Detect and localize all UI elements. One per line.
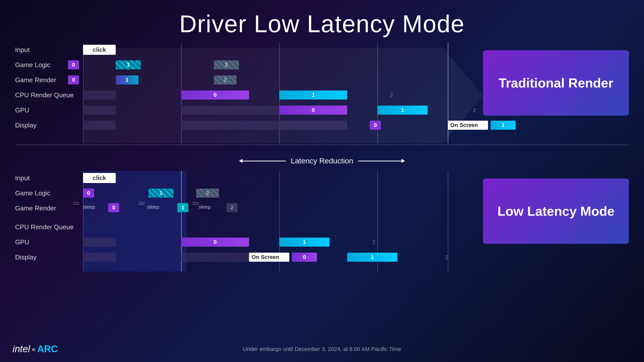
top-gr-badge-0: 0 [68,75,79,84]
bot-gl-badge-0: 0 [83,189,94,198]
latency-reduction-section: Latency Reduction [15,151,629,171]
top-click-button: click [83,45,116,55]
top-gpu-dark-2 [181,106,279,115]
bot-gl-bar-2: 2 [196,189,219,198]
arrow-shaft-2 [358,161,401,161]
top-display-dark-1 [83,121,116,130]
top-cpu-bar-1: 1 [279,90,347,100]
bot-gpu-bar-1: 1 [279,238,330,247]
top-cpu-dark-1 [83,90,116,100]
zzz-2: Zzz [138,201,145,206]
sleep-label-1: sleep [83,204,95,210]
top-gr-bar-2: 2 [214,75,236,84]
latency-arrow-container: Latency Reduction [239,157,405,165]
bot-game-logic-label: Game Logic [15,189,83,197]
bot-click-button: click [83,173,116,183]
sleep-label-3: sleep [199,204,211,210]
top-gpu-label: GPU [15,106,83,114]
top-gr-bar-1: 1 [116,75,138,84]
bot-display-row: Display On Screen 0 1 2 [15,250,629,264]
bot-gr-badge-1: 1 [177,203,188,212]
bot-input-label: Input [15,174,83,182]
top-display-row: Display 0 On Screen 1 [15,118,629,132]
top-display-badge-0: 0 [370,121,381,130]
bot-display-dark [83,253,116,262]
intel-text: intel [13,344,30,354]
top-display-bar-1: 1 [491,121,516,130]
top-gpu-bar-1: 1 [377,106,428,115]
intel-arc-logo: intel ARC [13,344,58,354]
bot-gr-badge-0: 0 [108,203,119,212]
arrow-left-head [239,159,243,163]
bot-gpu-num-2: 2 [372,239,375,246]
sleep-label-2: sleep [147,204,159,210]
top-gpu-dark-1 [83,106,116,115]
bot-cpu-label: CPU Render Queue [15,223,83,231]
arc-text: ARC [37,344,58,354]
low-latency-mode-badge: Low Latency Mode [483,178,629,244]
bot-gr-badge-2: 2 [226,203,237,212]
top-cpu-bar-0: 0 [181,90,249,100]
bot-gpu-dark [83,238,116,247]
top-cpu-label: CPU Render Queue [15,91,83,99]
intel-circle [32,348,35,351]
zzz-1: Zzz [73,201,79,206]
bot-onscreen-label: On Screen [249,253,289,262]
top-input-label: Input [15,46,83,54]
bot-gpu-label: GPU [15,238,83,246]
top-cpu-num-2: 2 [390,92,393,99]
traditional-render-badge: Traditional Render [483,50,629,116]
bot-display-num-2: 2 [445,254,448,261]
top-display-dark-3 [279,121,347,130]
top-display-content: 0 On Screen 1 [83,118,629,132]
arrow-right-head [401,159,405,163]
latency-text: Latency Reduction [286,157,358,165]
top-gl-bar-2: 2 [214,60,239,69]
top-display-label: Display [15,121,83,129]
top-gl-bar-1: 1 [116,60,141,69]
section-divider [15,145,629,145]
zzz-3: Zzz [192,201,199,206]
svg-point-1 [33,349,34,350]
bot-display-bar-0: 0 [292,253,317,262]
bot-display-bar-1: 1 [347,253,397,262]
bot-display-dark-2 [181,253,249,262]
bot-gpu-bar-0: 0 [181,238,249,247]
top-gl-badge-0: 0 [68,60,79,69]
top-gpu-num-2: 2 [473,107,476,114]
arrow-shaft [243,161,286,161]
bot-display-label: Display [15,253,83,261]
bot-gl-bar-1: 1 [148,189,174,198]
bot-display-content: On Screen 0 1 2 [83,250,629,264]
page-title: Driver Low Latency Mode [0,0,644,45]
embargo-text: Under embargo until December 3, 2024, at… [243,346,401,352]
top-onscreen-label: On Screen [448,121,488,130]
top-gpu-bar-0: 0 [279,106,347,115]
